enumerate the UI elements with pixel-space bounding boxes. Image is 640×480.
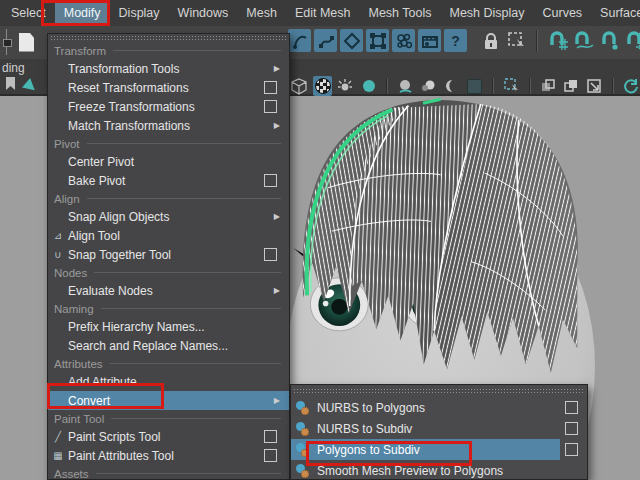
modify-menu: Transform Transformation Tools ▶ Res — [47, 33, 290, 480]
brush-icon[interactable] — [22, 77, 37, 90]
panelbar-separator — [386, 78, 388, 94]
panelbar-separator — [612, 78, 614, 94]
menu-item[interactable]: ▦ Paint Attributes Tool — [48, 446, 289, 465]
lock-icon[interactable] — [479, 29, 502, 52]
menu-item[interactable]: Prefix Hierarchy Names... — [48, 317, 289, 336]
tearoff-dotted-line[interactable] — [294, 388, 584, 394]
menubar-item[interactable]: Mesh — [237, 2, 286, 24]
ao-sphere-icon[interactable] — [396, 77, 415, 95]
menubar-item[interactable]: Surfaces — [591, 2, 640, 24]
menu-item-label: Transformation Tools — [68, 62, 179, 76]
menu-item-icon: ▦ — [48, 450, 68, 461]
menubar-item[interactable]: Curves — [534, 2, 592, 24]
menubar-item[interactable]: Edit Mesh — [286, 2, 360, 24]
option-box[interactable] — [264, 248, 277, 261]
submenu-item[interactable]: NURBS to Subdiv — [291, 418, 587, 439]
square-arrow-icon[interactable] — [585, 77, 604, 95]
menu-item[interactable]: Match Transformations ▶ — [48, 116, 289, 135]
menu-section-header: Align — [48, 190, 289, 207]
option-box[interactable] — [264, 174, 277, 187]
annotation-box-modify — [41, 0, 110, 26]
bend-tool-button[interactable] — [288, 29, 311, 52]
snap-to-projected-center-icon[interactable] — [624, 29, 640, 52]
tearoff-dotted-line[interactable] — [51, 35, 286, 41]
menu-item-label: Align Tool — [68, 229, 120, 243]
option-box[interactable] — [264, 100, 277, 113]
new-scene-icon[interactable] — [19, 33, 34, 52]
overlap-squares-icon[interactable] — [539, 77, 558, 95]
shadows-icon[interactable] — [359, 77, 378, 95]
menu-item[interactable]: Snap Align Objects ▶ — [48, 207, 289, 226]
textured-cube-icon[interactable] — [290, 77, 309, 95]
menu-item[interactable]: Center Pivot — [48, 152, 289, 171]
menu-section-header: Transform — [48, 42, 289, 59]
option-box[interactable] — [264, 81, 277, 94]
option-box[interactable] — [565, 443, 578, 456]
menu-item-icon: ╱ — [48, 431, 68, 442]
menu-item[interactable]: Transformation Tools ▶ — [48, 59, 289, 78]
menubar-item[interactable]: Mesh Display — [440, 2, 533, 24]
render-clapper-button[interactable] — [418, 29, 441, 52]
menu-item-label: Reset Transformations — [68, 81, 189, 95]
annotation-box-polygons-to-subdiv — [306, 441, 472, 466]
depth-of-field-icon[interactable] — [442, 77, 461, 95]
submenu-arrow-icon: ▶ — [274, 286, 280, 295]
select-marquee-icon[interactable] — [505, 29, 528, 52]
menubar-item[interactable]: Mesh Tools — [359, 2, 440, 24]
submenu-arrow-icon: ▶ — [274, 64, 280, 73]
menu-item[interactable]: Reset Transformations — [48, 78, 289, 97]
curve-edit-button[interactable] — [314, 29, 337, 52]
menu-section-header: Assets — [48, 465, 289, 480]
panelbar-separator — [529, 78, 531, 94]
menu-item[interactable]: Freeze Transformations — [48, 97, 289, 116]
lighting-bulb-icon[interactable] — [336, 77, 355, 95]
overlap-squares-filled-icon[interactable] — [562, 77, 581, 95]
menu-item-label: Evaluate Nodes — [68, 284, 153, 298]
convert-submenu-items: NURBS to Polygons NURBS to Subdiv Polygo… — [291, 397, 587, 480]
convert-type-icon — [291, 400, 317, 416]
submenu-arrow-icon: ▶ — [274, 396, 280, 405]
option-box[interactable] — [565, 401, 578, 414]
submenu-item[interactable]: NURBS to Polygons — [291, 397, 587, 418]
menu-section-header: Nodes — [48, 264, 289, 281]
marquee-cursor-icon[interactable] — [502, 77, 521, 95]
menu-item-label: Freeze Transformations — [68, 100, 195, 114]
option-box[interactable] — [264, 430, 277, 443]
menu-item[interactable]: Bake Pivot — [48, 171, 289, 190]
cluster-tool-button[interactable] — [392, 29, 415, 52]
snap-to-curve-icon[interactable] — [572, 29, 595, 52]
menu-item[interactable]: Evaluate Nodes ▶ — [48, 281, 289, 300]
snap-to-point-icon[interactable] — [598, 29, 621, 52]
menu-item-label: Snap Align Objects — [68, 210, 169, 224]
menu-item-label: Bake Pivot — [68, 174, 125, 188]
snap-to-grid-icon[interactable] — [546, 29, 569, 52]
menu-section-header: Pivot — [48, 135, 289, 152]
option-box[interactable] — [565, 422, 578, 435]
menu-item-label: Paint Attributes Tool — [68, 449, 174, 463]
menu-item[interactable]: ╱ Paint Scripts Tool — [48, 427, 289, 446]
tool-slider-icon[interactable] — [2, 29, 11, 55]
menubar-item[interactable]: Display — [110, 2, 169, 24]
submenu-arrow-icon: ▶ — [274, 212, 280, 221]
menu-section-header: Naming — [48, 300, 289, 317]
menubar-item[interactable]: Windows — [169, 2, 238, 24]
bookmark-icon[interactable] — [6, 77, 15, 90]
help-button[interactable]: ? — [444, 29, 467, 52]
submenu-item-label: NURBS to Polygons — [317, 401, 425, 415]
textured-mode-button[interactable] — [313, 76, 332, 96]
menu-item-label: Paint Scripts Tool — [68, 430, 161, 444]
panel-menu-shading[interactable]: ding — [2, 61, 25, 75]
refresh-exposure-icon[interactable] — [622, 77, 640, 95]
menu-item[interactable]: ⊿ Align Tool — [48, 226, 289, 245]
menu-item-label: Center Pivot — [68, 155, 134, 169]
isolate-select-icon[interactable] — [465, 77, 484, 95]
diamond-tool-button[interactable] — [340, 29, 363, 52]
menu-item[interactable]: ∪ Snap Together Tool — [48, 245, 289, 264]
option-box[interactable] — [264, 449, 277, 462]
annotation-box-convert — [47, 383, 164, 409]
motion-blur-icon[interactable] — [419, 77, 438, 95]
menu-item[interactable]: Search and Replace Names... — [48, 336, 289, 355]
menu-item-icon: ⊿ — [48, 230, 68, 241]
menu-section-header: Paint Tool — [48, 410, 289, 427]
lattice-tool-button[interactable] — [366, 29, 389, 52]
